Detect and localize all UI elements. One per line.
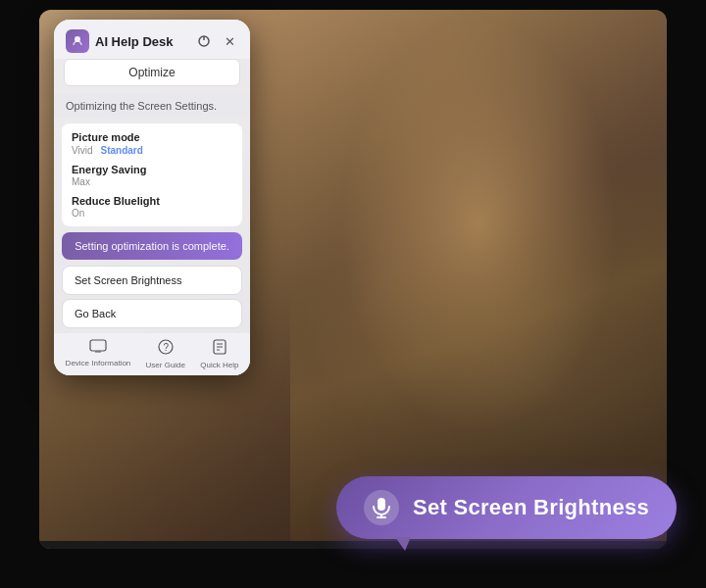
ai-helpdesk-panel: AI Help Desk ✕ Optimize Optimizing the S… [54, 20, 250, 375]
setting-energy-saving-value: Max [72, 176, 232, 187]
setting-picture-mode-value: Vivid [72, 145, 93, 156]
user-guide-label: User Guide [146, 361, 185, 369]
panel-title: AI Help Desk [95, 34, 173, 49]
svg-rect-3 [90, 340, 106, 351]
setting-reduce-bluelight: Reduce Bluelight On [72, 195, 232, 219]
svg-text:?: ? [163, 342, 169, 353]
setting-bluelight-value: On [72, 208, 232, 219]
status-text: Optimizing the Screen Settings. [66, 100, 217, 112]
go-back-button[interactable]: Go Back [62, 299, 242, 328]
footer-quick-help[interactable]: Quick Help [200, 339, 238, 369]
status-bar: Optimizing the Screen Settings. [54, 94, 250, 118]
setting-picture-mode-label: Picture mode [72, 131, 232, 143]
quick-help-icon [213, 339, 227, 359]
setting-bluelight-label: Reduce Bluelight [72, 195, 232, 207]
setting-energy-saving-label: Energy Saving [72, 164, 232, 175]
setting-picture-mode-alt: Standard [101, 145, 143, 156]
footer-user-guide[interactable]: ? User Guide [146, 339, 185, 369]
power-button[interactable] [195, 32, 213, 50]
ai-logo-icon [66, 29, 89, 53]
panel-footer: Device Information ? User Guide Quick H [54, 332, 250, 375]
close-button[interactable]: ✕ [221, 32, 238, 50]
panel-title-row: AI Help Desk [66, 29, 173, 53]
footer-device-info[interactable]: Device Information [66, 339, 131, 369]
bubble-text: Set Screen Brightness [413, 495, 649, 520]
quick-help-label: Quick Help [200, 361, 238, 369]
complete-banner: Setting optimization is complete. [62, 232, 242, 260]
device-info-icon [89, 339, 107, 357]
svg-rect-11 [378, 498, 385, 511]
optimize-button[interactable]: Optimize [64, 59, 240, 86]
setting-picture-mode: Picture mode Vivid Standard [72, 131, 232, 156]
settings-list: Picture mode Vivid Standard Energy Savin… [62, 123, 242, 226]
set-brightness-button[interactable]: Set Screen Brightness [62, 266, 242, 295]
panel-header: AI Help Desk ✕ [54, 20, 250, 59]
tv-bottom-bar [39, 541, 667, 549]
device-info-label: Device Information [66, 359, 131, 368]
voice-bubble[interactable]: Set Screen Brightness [336, 476, 677, 539]
header-icons: ✕ [195, 32, 238, 50]
setting-energy-saving: Energy Saving Max [72, 164, 232, 187]
microphone-icon [364, 490, 399, 525]
user-guide-icon: ? [158, 339, 174, 359]
